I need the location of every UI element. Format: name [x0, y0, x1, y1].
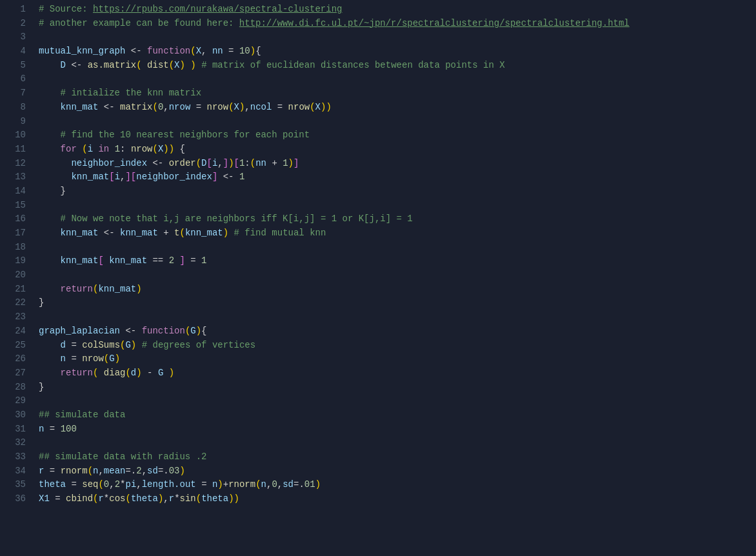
- code-content: # Source: https://rpubs.com/nurakawa/spe…: [32, 3, 756, 553]
- ln-35: 35: [6, 478, 26, 492]
- line-31: n = 100: [39, 422, 750, 437]
- ln-11: 11: [6, 143, 26, 157]
- line-32: [39, 436, 750, 450]
- ln-8: 8: [6, 101, 26, 115]
- line-17: knn_mat <- knn_mat + t(knn_mat) # find m…: [39, 226, 750, 241]
- ln-12: 12: [6, 157, 26, 171]
- line-16: # Now we note that i,j are neighbors iff…: [39, 212, 750, 226]
- ln-1: 1: [6, 3, 26, 17]
- ln-9: 9: [6, 115, 26, 129]
- ln-27: 27: [6, 366, 26, 381]
- line-20: [39, 268, 750, 283]
- ln-36: 36: [6, 492, 26, 506]
- ln-21: 21: [6, 283, 26, 297]
- line-29: [39, 394, 750, 408]
- line-36: X1 = cbind(r*cos(theta),r*sin(theta)): [39, 492, 750, 506]
- ln-31: 31: [6, 422, 26, 437]
- line-10: # find the 10 nearest neighbors for each…: [39, 128, 750, 143]
- ln-29: 29: [6, 394, 26, 408]
- line-23: [39, 310, 750, 324]
- ln-17: 17: [6, 226, 26, 241]
- line-35: theta = seq(0,2*pi,length.out = n)+rnorm…: [39, 478, 750, 492]
- line-27: return( diag(d) - G ): [39, 366, 750, 381]
- line-8: knn_mat <- matrix(0,nrow = nrow(X),ncol …: [39, 101, 750, 115]
- ln-4: 4: [6, 45, 26, 59]
- line-2: # another example can be found here: htt…: [39, 17, 750, 31]
- ln-19: 19: [6, 254, 26, 268]
- line-7: # intialize the knn matrix: [39, 86, 750, 101]
- line-1: # Source: https://rpubs.com/nurakawa/spe…: [39, 3, 750, 17]
- line-24: graph_laplacian <- function(G){: [39, 324, 750, 339]
- line-26: n = nrow(G): [39, 352, 750, 366]
- ln-3: 3: [6, 30, 26, 45]
- line-5: D <- as.matrix( dist(X) ) # matrix of eu…: [39, 59, 750, 73]
- ln-30: 30: [6, 408, 26, 422]
- ln-7: 7: [6, 86, 26, 101]
- line-15: [39, 199, 750, 213]
- ln-2: 2: [6, 17, 26, 31]
- line-18: [39, 241, 750, 255]
- line-19: knn_mat[ knn_mat == 2 ] = 1: [39, 254, 750, 268]
- ln-25: 25: [6, 339, 26, 353]
- ln-16: 16: [6, 212, 26, 226]
- ln-34: 34: [6, 464, 26, 479]
- line-22: }: [39, 296, 750, 310]
- ln-23: 23: [6, 310, 26, 324]
- ln-13: 13: [6, 170, 26, 184]
- line-9: [39, 115, 750, 129]
- line-11: for (i in 1: nrow(X)) {: [39, 143, 750, 157]
- ln-26: 26: [6, 352, 26, 366]
- line-21: return(knn_mat): [39, 283, 750, 297]
- line-numbers: 1 2 3 4 5 6 7 8 9 10 11 12 13 14 15 16 1…: [0, 3, 32, 553]
- line-25: d = colSums(G) # degrees of vertices: [39, 339, 750, 353]
- ln-10: 10: [6, 128, 26, 143]
- ln-28: 28: [6, 381, 26, 395]
- line-30: ## simulate data: [39, 408, 750, 422]
- ln-20: 20: [6, 268, 26, 283]
- line-12: neighbor_index <- order(D[i,])[1:(nn + 1…: [39, 157, 750, 171]
- ln-22: 22: [6, 296, 26, 310]
- ln-32: 32: [6, 436, 26, 450]
- ln-6: 6: [6, 72, 26, 86]
- line-33: ## simulate data with radius .2: [39, 450, 750, 464]
- line-3: [39, 30, 750, 45]
- line-28: }: [39, 381, 750, 395]
- line-13: knn_mat[i,][neighbor_index] <- 1: [39, 170, 750, 184]
- ln-14: 14: [6, 184, 26, 199]
- ln-24: 24: [6, 324, 26, 339]
- line-6: [39, 72, 750, 86]
- code-editor: 1 2 3 4 5 6 7 8 9 10 11 12 13 14 15 16 1…: [0, 0, 756, 556]
- line-14: }: [39, 184, 750, 199]
- ln-5: 5: [6, 59, 26, 73]
- line-34: r = rnorm(n,mean=.2,sd=.03): [39, 464, 750, 479]
- ln-18: 18: [6, 241, 26, 255]
- line-4: mutual_knn_graph <- function(X, nn = 10)…: [39, 45, 750, 59]
- ln-33: 33: [6, 450, 26, 464]
- ln-15: 15: [6, 199, 26, 213]
